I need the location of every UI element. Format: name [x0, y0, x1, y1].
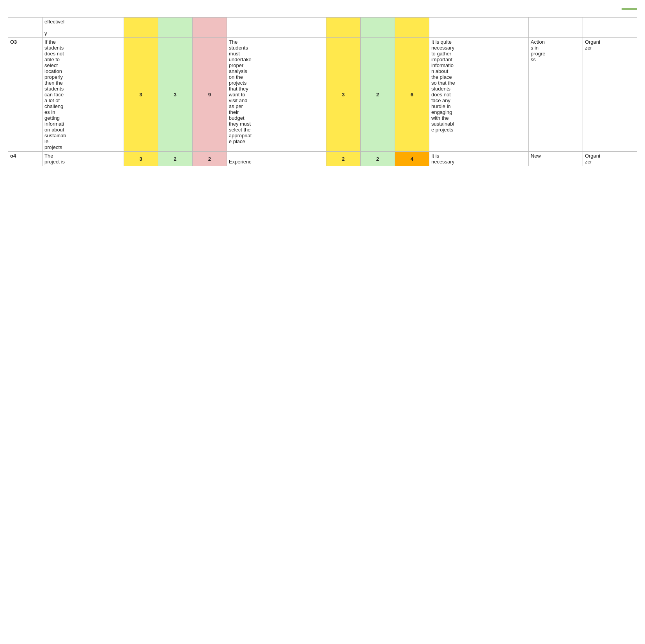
q1-cell: 2	[326, 152, 360, 166]
table-row: O3 If thestudentsdoes notable toselectlo…	[8, 38, 637, 152]
p2-cell: 2	[158, 152, 192, 166]
mitigation-cell: Experienc	[227, 152, 326, 166]
mitigation-cell: Thestudentsmustundertakeproperanalysison…	[227, 38, 326, 152]
p2-cell	[158, 18, 192, 38]
id-cell: O3	[8, 38, 43, 152]
table-row: o4 Theproject is 3 2 2 Experienc 2 2 4 I…	[8, 152, 637, 166]
q3-cell: 6	[395, 38, 429, 152]
id-cell	[8, 18, 43, 38]
q3-cell	[395, 18, 429, 38]
p3-cell: 2	[192, 152, 227, 166]
impact-cell	[429, 18, 528, 38]
risk-cell: Theproject is	[43, 152, 124, 166]
p3-cell	[192, 18, 227, 38]
p1-cell: 3	[124, 152, 158, 166]
action-cell	[528, 18, 583, 38]
risk-cell: If thestudentsdoes notable toselectlocat…	[43, 38, 124, 152]
page-header	[8, 8, 637, 10]
action-cell: Actions inprogress	[528, 38, 583, 152]
org-cell: Organizer	[583, 38, 637, 152]
p1-cell: 3	[124, 38, 158, 152]
p2-cell: 3	[158, 38, 192, 152]
q2-cell	[360, 18, 395, 38]
impact-cell: It is quitenecessaryto gatherimportantin…	[429, 38, 528, 152]
impact-cell: It isnecessary	[429, 152, 528, 166]
p1-cell	[124, 18, 158, 38]
table-row: effectively	[8, 18, 637, 38]
risk-table: effectively O3 If thestudentsdoes notabl…	[8, 17, 637, 166]
q1-cell: 3	[326, 38, 360, 152]
p3-cell: 9	[192, 38, 227, 152]
q1-cell	[326, 18, 360, 38]
org-cell	[583, 18, 637, 38]
id-cell: o4	[8, 152, 43, 166]
action-cell: New	[528, 152, 583, 166]
mitigation-cell	[227, 18, 326, 38]
org-cell: Organizer	[583, 152, 637, 166]
risk-cell: effectively	[43, 18, 124, 38]
q2-cell: 2	[360, 152, 395, 166]
page-number	[622, 8, 637, 10]
q3-cell: 4	[395, 152, 429, 166]
q2-cell: 2	[360, 38, 395, 152]
